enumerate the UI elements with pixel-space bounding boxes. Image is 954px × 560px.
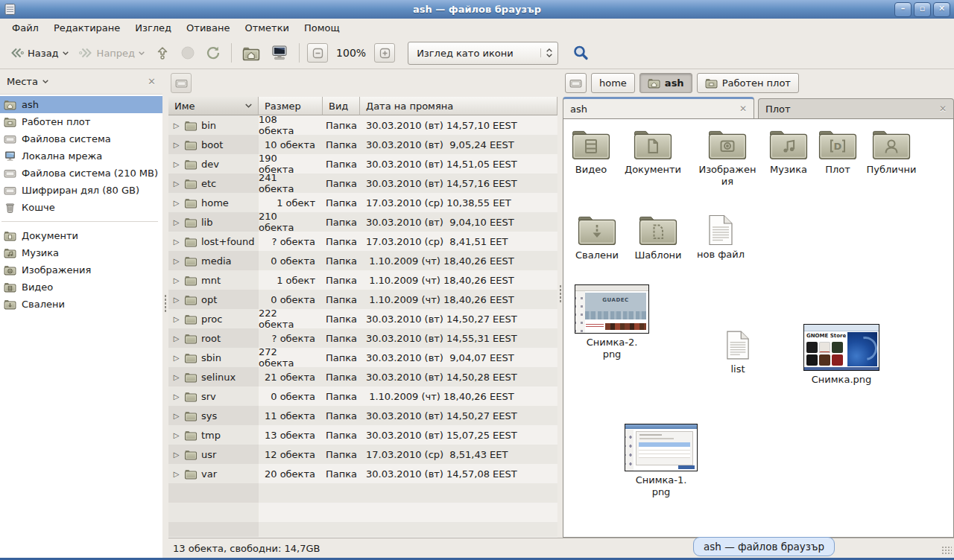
icon-item-snimka1[interactable]: Снимка-1.png <box>625 424 698 497</box>
place-item[interactable]: Работен плот <box>0 113 162 130</box>
expander-icon[interactable]: ▷ <box>172 373 180 381</box>
expander-icon[interactable]: ▷ <box>172 276 180 284</box>
search-button[interactable] <box>567 42 594 64</box>
up-button[interactable] <box>150 42 175 63</box>
tab-ash[interactable]: ash ✕ <box>563 97 754 118</box>
expander-icon[interactable]: ▷ <box>172 121 180 130</box>
expander-icon[interactable]: ▷ <box>172 451 180 459</box>
breadcrumb-ash-button[interactable]: ash <box>639 73 692 93</box>
forward-dropdown-icon[interactable] <box>139 51 145 55</box>
icon-view[interactable]: Видео Документи Изображения Музика Плот … <box>563 118 954 538</box>
zoom-in-button[interactable] <box>374 43 395 63</box>
expander-icon[interactable]: ▷ <box>172 218 180 226</box>
pane-splitter[interactable] <box>162 69 168 558</box>
back-dropdown-icon[interactable] <box>63 51 69 55</box>
place-item[interactable]: ash <box>0 96 162 113</box>
menu-bookmarks[interactable]: Отметки <box>237 20 296 36</box>
breadcrumb-desktop-button[interactable]: Работен плот <box>697 73 799 93</box>
table-row[interactable]: ▷ sbin 272 обекта Папка 30.03.2010 (вт) … <box>168 348 557 367</box>
place-item[interactable]: Изображения <box>0 261 162 279</box>
table-row[interactable]: ▷ sys 11 обекта Папка 30.03.2010 (вт) 14… <box>168 406 557 425</box>
table-row[interactable]: ▷ lib 210 обекта Папка 30.03.2010 (вт) 9… <box>168 212 557 232</box>
titlebar[interactable]: ash — файлов браузър – ▫ ✕ <box>0 0 954 19</box>
table-row[interactable]: ▷ usr 12 обекта Папка 17.03.2010 (ср) 8,… <box>168 445 557 464</box>
zoom-out-button[interactable] <box>307 43 328 63</box>
table-row[interactable]: ▷ boot 10 обекта Папка 30.03.2010 (вт) 9… <box>168 135 557 154</box>
icon-item-documents[interactable]: Документи <box>619 128 687 176</box>
icon-item-pictures[interactable]: Изображения <box>693 128 762 187</box>
place-item[interactable]: Свалени <box>0 296 162 313</box>
sidebar-close-icon[interactable]: ✕ <box>148 76 156 87</box>
table-row[interactable]: ▷ selinux 21 обекта Папка 30.03.2010 (вт… <box>168 367 557 386</box>
reload-button[interactable] <box>200 42 226 63</box>
icon-item-list[interactable]: list <box>704 330 772 375</box>
table-row[interactable]: ▷ mnt 1 обект Папка 1.10.2009 (чт) 18,40… <box>168 270 557 290</box>
close-button[interactable]: ✕ <box>933 2 950 17</box>
expander-icon[interactable]: ▷ <box>172 470 180 478</box>
expander-icon[interactable]: ▷ <box>172 238 180 246</box>
table-row[interactable]: ▷ etc 241 обекта Папка 30.03.2010 (вт) 1… <box>168 174 557 193</box>
place-item[interactable]: Музика <box>0 244 162 261</box>
table-row[interactable]: ▷ opt 0 обекта Папка 1.10.2009 (чт) 18,4… <box>168 290 557 309</box>
place-item[interactable]: Документи <box>0 227 162 244</box>
breadcrumb-root-button[interactable] <box>565 73 587 93</box>
expander-icon[interactable]: ▷ <box>172 199 180 207</box>
maximize-button[interactable]: ▫ <box>914 2 931 17</box>
tab-plot[interactable]: Плот ✕ <box>758 98 954 118</box>
expander-icon[interactable]: ▷ <box>172 392 180 401</box>
back-button[interactable]: Назад <box>4 43 74 63</box>
menu-file[interactable]: Файл <box>4 20 46 36</box>
expander-icon[interactable]: ▷ <box>172 141 180 149</box>
table-row[interactable]: ▷ var 20 обекта Папка 30.03.2010 (вт) 14… <box>168 464 557 483</box>
menu-help[interactable]: Помощ <box>297 20 347 36</box>
root-location-button[interactable] <box>171 73 192 93</box>
table-row[interactable]: ▷ dev 190 обекта Папка 30.03.2010 (вт) 1… <box>168 154 557 174</box>
column-header-name[interactable]: Име <box>168 97 259 115</box>
icon-item-snimka2[interactable]: GUADEC Снимка-2.png <box>575 284 649 360</box>
table-row[interactable]: ▷ tmp 13 обекта Папка 30.03.2010 (вт) 15… <box>168 425 557 445</box>
column-header-date[interactable]: Дата на промяна <box>360 97 557 115</box>
view-mode-select[interactable]: Изглед като икони <box>408 42 558 65</box>
expander-icon[interactable]: ▷ <box>172 431 180 439</box>
menu-view[interactable]: Изглед <box>127 20 179 36</box>
sidebar-title[interactable]: Места <box>7 76 38 87</box>
tab-close-icon[interactable]: ✕ <box>939 104 947 114</box>
table-row[interactable]: ▷ root ? обекта Папка 30.03.2010 (вт) 14… <box>168 328 557 348</box>
column-header-type[interactable]: Вид <box>323 97 360 115</box>
expander-icon[interactable]: ▷ <box>172 354 180 362</box>
table-row[interactable]: ▷ lost+found ? обекта Папка 17.03.2010 (… <box>168 232 557 251</box>
place-item[interactable]: Кошче <box>0 199 162 216</box>
column-header-size[interactable]: Размер <box>259 97 323 115</box>
computer-button[interactable] <box>265 42 294 64</box>
stop-button[interactable] <box>175 42 200 63</box>
place-item[interactable]: Локална мрежа <box>0 147 162 165</box>
expander-icon[interactable]: ▷ <box>172 160 180 168</box>
place-item[interactable]: Видео <box>0 279 162 296</box>
expander-icon[interactable]: ▷ <box>172 296 180 304</box>
table-row[interactable]: ▷ srv 0 обекта Папка 1.10.2009 (чт) 18,4… <box>168 386 557 406</box>
icon-item-downloads[interactable]: Свалени <box>563 214 631 261</box>
icon-item-new-file[interactable]: нов файл <box>686 214 755 261</box>
resize-grip[interactable] <box>941 546 952 556</box>
table-row[interactable]: ▷ media 0 обекта Папка 1.10.2009 (чт) 18… <box>168 251 557 270</box>
pane-divider[interactable] <box>557 69 563 538</box>
expander-icon[interactable]: ▷ <box>172 315 180 323</box>
icon-item-snimka[interactable]: GNOME Store Снимка.png <box>803 324 879 386</box>
menu-go[interactable]: Отиване <box>179 20 237 36</box>
place-item[interactable]: Файлова система (210 MB) <box>0 165 162 182</box>
table-row[interactable]: ▷ bin 108 обекта Папка 30.03.2010 (вт) 1… <box>168 115 557 135</box>
tab-close-icon[interactable]: ✕ <box>739 104 747 114</box>
menu-edit[interactable]: Редактиране <box>46 20 127 36</box>
icon-item-videos[interactable]: Видео <box>563 128 625 176</box>
expander-icon[interactable]: ▷ <box>172 257 180 265</box>
home-button[interactable] <box>237 42 265 64</box>
expander-icon[interactable]: ▷ <box>172 179 180 188</box>
minimize-button[interactable]: – <box>894 2 912 17</box>
breadcrumb-home-button[interactable]: home <box>591 73 635 93</box>
expander-icon[interactable]: ▷ <box>172 334 180 343</box>
icon-item-templates[interactable]: Шаблони <box>624 214 692 261</box>
expander-icon[interactable]: ▷ <box>172 412 180 420</box>
sidebar-selector-caret-icon[interactable] <box>42 80 48 83</box>
place-item[interactable]: Файлова система <box>0 130 162 147</box>
table-row[interactable]: ▷ home 1 обект Папка 17.03.2010 (ср) 10,… <box>168 193 557 212</box>
